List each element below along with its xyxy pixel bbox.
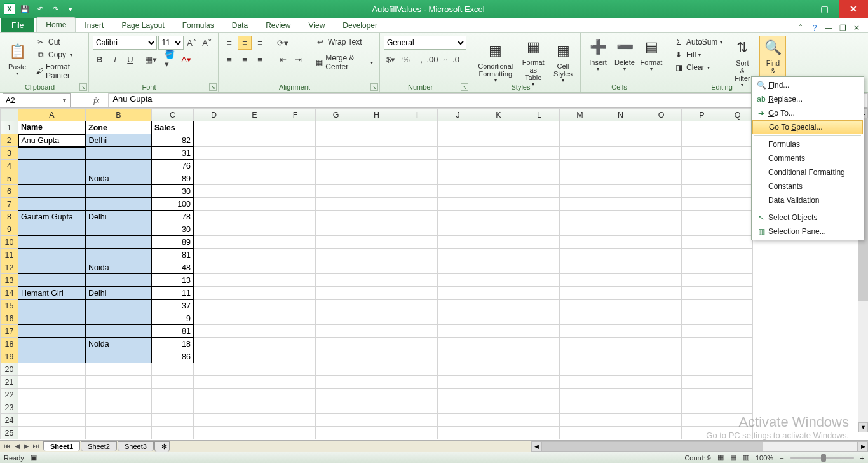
cell-N18[interactable] bbox=[600, 338, 641, 350]
cell-A22[interactable] bbox=[18, 389, 86, 401]
horizontal-scrollbar[interactable]: ◀ ▶ bbox=[531, 441, 868, 452]
cell-K9[interactable] bbox=[478, 223, 519, 236]
maximize-button[interactable]: ▢ bbox=[810, 0, 839, 18]
cell-Q10[interactable] bbox=[722, 236, 753, 249]
col-header-C[interactable]: C bbox=[152, 109, 194, 121]
row-header-11[interactable]: 11 bbox=[1, 249, 18, 261]
cell-P17[interactable] bbox=[682, 325, 722, 338]
sheet-nav-first-icon[interactable]: ⏮ bbox=[3, 442, 12, 450]
col-header-H[interactable]: H bbox=[356, 109, 397, 121]
cell-K10[interactable] bbox=[478, 236, 519, 249]
cell-G15[interactable] bbox=[316, 300, 356, 312]
cell-Q14[interactable] bbox=[722, 287, 753, 300]
sheet-tab-3[interactable]: Sheet3 bbox=[118, 441, 154, 451]
cell-G8[interactable] bbox=[316, 211, 356, 223]
cell-I19[interactable] bbox=[397, 350, 438, 363]
cell-K7[interactable] bbox=[478, 198, 519, 211]
number-dialog-launcher[interactable]: ↘ bbox=[461, 83, 468, 91]
cell-H8[interactable] bbox=[356, 211, 397, 223]
cell-O22[interactable] bbox=[641, 389, 682, 401]
row-header-3[interactable]: 3 bbox=[1, 147, 18, 160]
cell-H19[interactable] bbox=[356, 350, 397, 363]
cell-I11[interactable] bbox=[397, 249, 438, 261]
col-header-G[interactable]: G bbox=[316, 109, 356, 121]
col-header-D[interactable]: D bbox=[194, 109, 234, 121]
insert-cells-button[interactable]: ➕Insert▾ bbox=[585, 36, 611, 73]
cell-A3[interactable] bbox=[18, 147, 86, 160]
alignment-dialog-launcher[interactable]: ↘ bbox=[370, 83, 378, 91]
cell-B23[interactable] bbox=[86, 401, 152, 414]
cell-M4[interactable] bbox=[560, 160, 600, 172]
cell-G12[interactable] bbox=[316, 261, 356, 274]
cell-C6[interactable]: 30 bbox=[152, 185, 194, 198]
cell-K13[interactable] bbox=[478, 274, 519, 287]
cell-M13[interactable] bbox=[560, 274, 600, 287]
cell-M16[interactable] bbox=[560, 312, 600, 325]
cell-A2[interactable]: Anu Gupta bbox=[18, 134, 86, 147]
cell-K21[interactable] bbox=[478, 376, 519, 389]
cell-A8[interactable]: Gautam Gupta bbox=[18, 211, 86, 223]
cell-O16[interactable] bbox=[641, 312, 682, 325]
row-header-1[interactable]: 1 bbox=[1, 121, 18, 134]
cell-F7[interactable] bbox=[275, 198, 316, 211]
cell-G25[interactable] bbox=[316, 427, 356, 439]
cell-Q17[interactable] bbox=[722, 325, 753, 338]
cell-Q20[interactable] bbox=[722, 363, 753, 376]
cell-N23[interactable] bbox=[600, 401, 641, 414]
italic-button[interactable]: I bbox=[108, 52, 122, 66]
cell-I24[interactable] bbox=[397, 414, 438, 427]
cell-J21[interactable] bbox=[438, 376, 478, 389]
minimize-button[interactable]: — bbox=[780, 0, 810, 18]
increase-decimal-icon[interactable]: .00→ bbox=[430, 52, 444, 66]
cell-J15[interactable] bbox=[438, 300, 478, 312]
cell-D4[interactable] bbox=[194, 160, 234, 172]
cell-N14[interactable] bbox=[600, 287, 641, 300]
cell-A19[interactable] bbox=[18, 350, 86, 363]
cell-L4[interactable] bbox=[519, 160, 560, 172]
cell-F1[interactable] bbox=[275, 121, 316, 134]
row-header-21[interactable]: 21 bbox=[1, 376, 18, 389]
cell-G2[interactable] bbox=[316, 134, 356, 147]
cell-Q6[interactable] bbox=[722, 185, 753, 198]
cell-A24[interactable] bbox=[18, 414, 86, 427]
cell-D5[interactable] bbox=[194, 172, 234, 185]
delete-cells-button[interactable]: ➖Delete▾ bbox=[611, 36, 638, 73]
cell-N10[interactable] bbox=[600, 236, 641, 249]
cell-G10[interactable] bbox=[316, 236, 356, 249]
cell-A9[interactable] bbox=[18, 223, 86, 236]
cell-F18[interactable] bbox=[275, 338, 316, 350]
menu-formulas[interactable]: Formulas bbox=[752, 137, 864, 151]
cell-P13[interactable] bbox=[682, 274, 722, 287]
cell-E21[interactable] bbox=[234, 376, 275, 389]
cell-G23[interactable] bbox=[316, 401, 356, 414]
cell-P4[interactable] bbox=[682, 160, 722, 172]
cell-G9[interactable] bbox=[316, 223, 356, 236]
cell-C5[interactable]: 89 bbox=[152, 172, 194, 185]
cell-K5[interactable] bbox=[478, 172, 519, 185]
redo-icon[interactable]: ↷ bbox=[50, 3, 61, 15]
col-header-M[interactable]: M bbox=[560, 109, 600, 121]
cell-E7[interactable] bbox=[234, 198, 275, 211]
cell-P21[interactable] bbox=[682, 376, 722, 389]
cell-Q4[interactable] bbox=[722, 160, 753, 172]
align-bottom-icon[interactable]: ≡ bbox=[253, 36, 267, 50]
cell-D12[interactable] bbox=[194, 261, 234, 274]
cell-O21[interactable] bbox=[641, 376, 682, 389]
select-all-corner[interactable] bbox=[1, 109, 18, 121]
cell-J9[interactable] bbox=[438, 223, 478, 236]
cell-H21[interactable] bbox=[356, 376, 397, 389]
cell-C4[interactable]: 76 bbox=[152, 160, 194, 172]
cell-F13[interactable] bbox=[275, 274, 316, 287]
cell-M11[interactable] bbox=[560, 249, 600, 261]
cell-P9[interactable] bbox=[682, 223, 722, 236]
cell-B13[interactable] bbox=[86, 274, 152, 287]
cell-O6[interactable] bbox=[641, 185, 682, 198]
percent-icon[interactable]: % bbox=[399, 52, 413, 66]
cell-L8[interactable] bbox=[519, 211, 560, 223]
underline-button[interactable]: U bbox=[123, 52, 137, 66]
worksheet-grid[interactable]: ABCDEFGHIJKLMNOPQ1NameZoneSales2Anu Gupt… bbox=[0, 108, 868, 444]
cell-A7[interactable] bbox=[18, 198, 86, 211]
cell-O13[interactable] bbox=[641, 274, 682, 287]
cell-N25[interactable] bbox=[600, 427, 641, 439]
cell-I15[interactable] bbox=[397, 300, 438, 312]
